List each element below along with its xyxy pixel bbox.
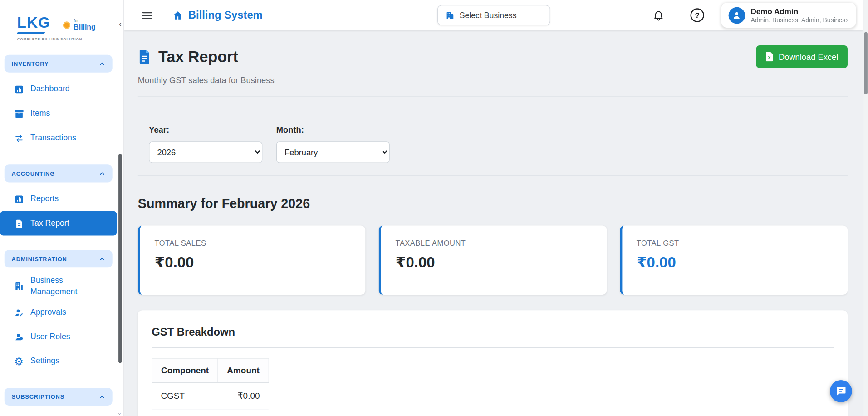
total-sales-card: TOTAL SALES ₹0.00 <box>138 226 366 295</box>
chevron-up-icon <box>99 256 105 262</box>
nav-section-subscriptions: SUBSCRIPTIONS <box>0 388 123 406</box>
chevron-up-icon <box>99 61 105 67</box>
tax-report-page-icon <box>138 50 151 64</box>
topbar-actions: ? Demo Admin Admin, Business, Admin, Bus… <box>652 3 856 28</box>
user-menu[interactable]: Demo Admin Admin, Business, Admin, Busin… <box>721 3 856 28</box>
nav-label: Transactions <box>30 133 76 144</box>
sidebar-item-user-roles[interactable]: User Roles <box>0 325 117 349</box>
year-filter: Year: 2026 <box>149 125 262 163</box>
nav-label: Business Management <box>30 275 93 297</box>
section-label: ADMINISTRATION <box>12 255 67 262</box>
page-scrollbar[interactable] <box>863 0 868 416</box>
section-label: SUBSCRIPTIONS <box>12 393 64 400</box>
user-roles: Admin, Business, Admin, Business <box>750 16 848 24</box>
sidebar-item-settings[interactable]: ⚙ Settings <box>0 349 117 374</box>
section-label: ACCOUNTING <box>12 170 55 177</box>
nav-section-administration: ADMINISTRATION Business Management Appr <box>0 250 123 373</box>
user-name: Demo Admin <box>750 6 848 16</box>
dashboard-icon <box>13 84 24 94</box>
table-header-row: Component Amount <box>152 359 269 382</box>
card-label: TAXABLE AMOUNT <box>396 239 593 247</box>
section-label: INVENTORY <box>12 60 49 67</box>
nav-label: Dashboard <box>30 84 70 95</box>
summary-heading: Summary for February 2026 <box>138 196 848 211</box>
divider <box>138 96 848 97</box>
sidebar-section-administration[interactable]: ADMINISTRATION <box>5 250 113 267</box>
tax-report-icon <box>13 218 24 228</box>
approvals-icon <box>13 308 24 317</box>
help-icon[interactable]: ? <box>690 8 704 22</box>
gst-breakdown-card: GST Breakdown Component Amount CGST ₹0.0… <box>138 310 848 416</box>
sidebar-item-business-management[interactable]: Business Management <box>0 272 117 300</box>
sidebar-item-items[interactable]: Items <box>0 101 117 126</box>
amount-cell: ₹0.00 <box>218 382 269 410</box>
chevron-up-icon <box>99 170 105 176</box>
page-subtitle: Monthly GST sales data for Business <box>138 75 848 85</box>
nav-label: Tax Report <box>30 218 69 229</box>
nav-label: Approvals <box>30 307 66 318</box>
year-label: Year: <box>149 125 262 134</box>
nav-label: Items <box>30 108 50 119</box>
chevron-up-icon <box>99 394 105 400</box>
sidebar-item-tax-report[interactable]: Tax Report <box>0 211 117 236</box>
divider <box>152 347 834 348</box>
sidebar-section-subscriptions[interactable]: SUBSCRIPTIONS <box>5 388 113 406</box>
business-management-icon <box>13 282 24 291</box>
billing-coin-icon <box>63 21 70 29</box>
total-gst-card: TOTAL GST ₹0.00 <box>620 226 848 295</box>
sidebar-item-dashboard[interactable]: Dashboard <box>0 77 117 102</box>
download-excel-label: Download Excel <box>779 52 838 62</box>
sidebar-item-approvals[interactable]: Approvals <box>0 300 117 325</box>
menu-toggle-button[interactable] <box>141 9 153 21</box>
sidebar-scrollbar-thumb[interactable] <box>118 154 122 363</box>
chat-fab-button[interactable] <box>830 380 852 402</box>
month-select[interactable]: February <box>276 141 390 163</box>
sidebar-scroll-down-icon[interactable]: ⌄ <box>117 410 122 416</box>
sidebar-item-transactions[interactable]: Transactions <box>0 126 117 150</box>
topbar: Billing System Select Business ? Demo Ad… <box>124 0 863 30</box>
nav-label: Settings <box>30 356 59 367</box>
sidebar-collapse-button[interactable]: ‹ <box>119 19 122 29</box>
app-title-block: Billing System <box>172 9 262 22</box>
product-badge: for Billing <box>63 19 96 31</box>
divider <box>138 175 848 176</box>
product-name: Billing <box>74 24 95 31</box>
sidebar: LKG COMPLETE BILLING SOLUTION for Billin… <box>0 0 124 416</box>
sidebar-section-accounting[interactable]: ACCOUNTING <box>5 164 113 182</box>
card-value: ₹0.00 <box>637 254 834 272</box>
table-row: CGST ₹0.00 <box>152 382 269 410</box>
page-title: Tax Report <box>158 48 238 66</box>
main-content: Tax Report Download Excel Monthly GST sa… <box>124 30 863 416</box>
brand-tagline: COMPLETE BILLING SOLUTION <box>17 37 123 41</box>
month-filter: Month: February <box>276 125 390 163</box>
card-label: TOTAL SALES <box>154 239 351 247</box>
sidebar-section-inventory[interactable]: INVENTORY <box>5 55 113 73</box>
nav-section-inventory: INVENTORY Dashboard Items <box>0 55 123 150</box>
sidebar-nav: INVENTORY Dashboard Items <box>0 55 123 406</box>
business-selector[interactable]: Select Business <box>437 5 550 25</box>
business-selector-label: Select Business <box>460 11 517 20</box>
report-filters: Year: 2026 Month: February <box>138 125 848 163</box>
summary-cards: TOTAL SALES ₹0.00 TAXABLE AMOUNT ₹0.00 T… <box>138 226 848 295</box>
items-icon <box>13 109 24 119</box>
sidebar-item-reports[interactable]: Reports <box>0 187 117 211</box>
user-avatar <box>729 7 745 24</box>
logo-block: LKG COMPLETE BILLING SOLUTION for Billin… <box>0 0 123 55</box>
taxable-amount-card: TAXABLE AMOUNT ₹0.00 <box>379 226 607 295</box>
gst-breakdown-heading: GST Breakdown <box>152 326 834 338</box>
card-value: ₹0.00 <box>154 254 351 272</box>
nav-label: User Roles <box>30 332 70 342</box>
nav-section-accounting: ACCOUNTING Reports Tax Report <box>0 164 123 235</box>
notifications-bell-icon[interactable] <box>652 10 664 21</box>
settings-gear-icon: ⚙ <box>13 356 24 366</box>
transactions-icon <box>13 133 24 143</box>
home-icon[interactable] <box>172 10 183 20</box>
column-header-amount: Amount <box>218 359 269 382</box>
download-excel-button[interactable]: Download Excel <box>756 45 848 68</box>
chat-icon <box>835 386 846 396</box>
app-title: Billing System <box>188 9 263 22</box>
page-scrollbar-thumb[interactable] <box>864 32 868 94</box>
year-select[interactable]: 2026 <box>149 141 262 163</box>
reports-icon <box>13 194 24 204</box>
card-value: ₹0.00 <box>396 254 593 272</box>
